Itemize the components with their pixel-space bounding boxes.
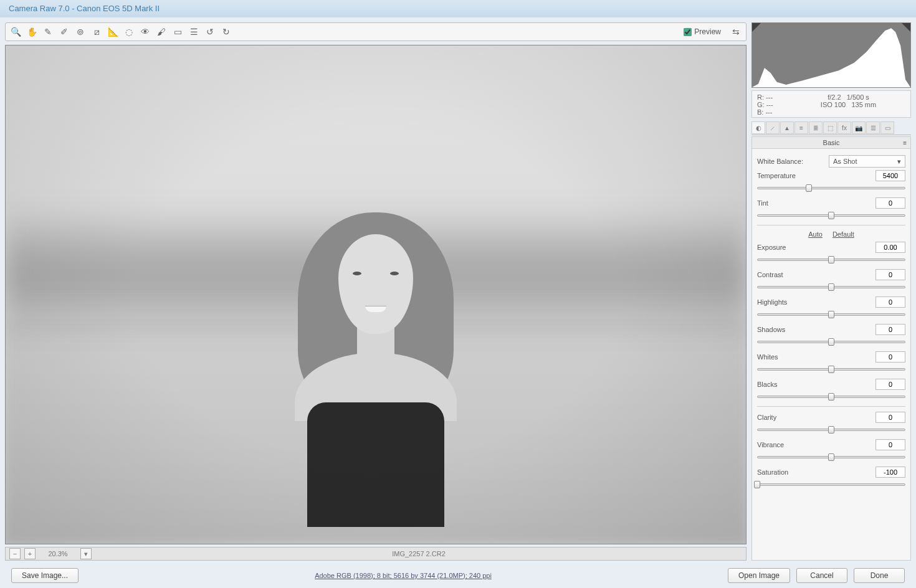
tab-tone-curve[interactable]: ⟋ bbox=[766, 121, 780, 134]
status-bar: − + 20.3% ▾ IMG_2257 2.CR2 bbox=[5, 547, 747, 561]
spot-removal-tool-icon[interactable]: ◌ bbox=[123, 26, 135, 38]
toolbar: 🔍 ✋ ✎ ✐ ⊚ ⧄ 📐 ◌ 👁 🖌 ▭ ☰ ↺ ↻ Preview ⇆ bbox=[5, 22, 747, 41]
default-link[interactable]: Default bbox=[833, 230, 854, 238]
highlights-label: Highlights bbox=[757, 298, 875, 306]
tab-hsl[interactable]: ≡ bbox=[794, 121, 808, 134]
metadata-readout: R: --- G: --- B: --- f/2.2 1/500 s ISO 1… bbox=[751, 90, 911, 118]
tab-split-toning[interactable]: ≣ bbox=[809, 121, 823, 134]
rotate-ccw-icon[interactable]: ↺ bbox=[204, 26, 216, 38]
tint-label: Tint bbox=[757, 199, 875, 207]
blacks-slider[interactable] bbox=[757, 392, 905, 401]
tint-slider[interactable] bbox=[757, 211, 905, 220]
tab-snapshots[interactable]: ▭ bbox=[880, 121, 894, 134]
panel-menu-icon[interactable]: ≡ bbox=[903, 140, 907, 146]
targeted-adjustment-tool-icon[interactable]: ⊚ bbox=[74, 26, 87, 38]
contrast-input[interactable] bbox=[875, 269, 905, 280]
tab-presets[interactable]: ☰ bbox=[866, 121, 880, 134]
highlights-slider[interactable] bbox=[757, 310, 905, 319]
saturation-input[interactable] bbox=[875, 467, 905, 478]
preview-label: Preview bbox=[694, 27, 721, 36]
blacks-input[interactable] bbox=[875, 379, 905, 390]
temperature-slider[interactable] bbox=[757, 184, 905, 192]
tab-effects[interactable]: fx bbox=[837, 121, 851, 134]
shadows-label: Shadows bbox=[757, 326, 875, 333]
footer: Save Image... Adobe RGB (1998); 8 bit; 5… bbox=[0, 566, 916, 586]
vibrance-slider[interactable] bbox=[757, 453, 905, 462]
whites-input[interactable] bbox=[875, 351, 905, 363]
basic-panel: White Balance: As Shot▾ Temperature Tint… bbox=[751, 149, 911, 561]
temperature-input[interactable] bbox=[875, 170, 905, 181]
white-balance-tool-icon[interactable]: ✎ bbox=[42, 26, 54, 38]
rotate-cw-icon[interactable]: ↻ bbox=[220, 26, 232, 38]
red-eye-tool-icon[interactable]: 👁 bbox=[139, 26, 151, 38]
saturation-slider[interactable] bbox=[757, 480, 905, 489]
zoom-out-button[interactable]: − bbox=[9, 548, 21, 559]
shadows-slider[interactable] bbox=[757, 338, 905, 346]
white-balance-label: White Balance: bbox=[757, 158, 825, 165]
tab-lens-corrections[interactable]: ⬚ bbox=[823, 121, 837, 134]
histogram[interactable] bbox=[751, 22, 911, 88]
zoom-in-button[interactable]: + bbox=[24, 548, 36, 559]
preferences-tool-icon[interactable]: ☰ bbox=[188, 26, 200, 38]
crop-tool-icon[interactable]: ⧄ bbox=[90, 26, 103, 38]
saturation-label: Saturation bbox=[757, 468, 875, 476]
image-preview[interactable] bbox=[5, 45, 747, 544]
highlights-input[interactable] bbox=[875, 296, 905, 308]
white-balance-select[interactable]: As Shot▾ bbox=[829, 155, 905, 168]
shutter-value: 1/500 s bbox=[847, 93, 869, 101]
aperture-value: f/2.2 bbox=[828, 93, 841, 101]
exposure-label: Exposure bbox=[757, 244, 875, 251]
contrast-slider[interactable] bbox=[757, 283, 905, 292]
adjustment-brush-tool-icon[interactable]: 🖌 bbox=[155, 26, 168, 38]
b-value: B: --- bbox=[757, 108, 791, 116]
preview-checkbox[interactable]: Preview bbox=[684, 27, 721, 36]
zoom-tool-icon[interactable]: 🔍 bbox=[9, 26, 22, 38]
clarity-label: Clarity bbox=[757, 414, 875, 421]
zoom-dropdown-icon[interactable]: ▾ bbox=[80, 548, 92, 559]
cancel-button[interactable]: Cancel bbox=[796, 568, 847, 583]
title-bar: Camera Raw 7.0 - Canon EOS 5D Mark II bbox=[0, 0, 916, 17]
temperature-label: Temperature bbox=[757, 172, 875, 179]
exposure-slider[interactable] bbox=[757, 255, 905, 264]
chevron-down-icon: ▾ bbox=[897, 158, 901, 166]
tint-input[interactable] bbox=[875, 197, 905, 209]
whites-label: Whites bbox=[757, 353, 875, 361]
hand-tool-icon[interactable]: ✋ bbox=[26, 26, 38, 38]
save-image-button[interactable]: Save Image... bbox=[11, 568, 79, 583]
tab-basic[interactable]: ◐ bbox=[751, 121, 765, 134]
color-sampler-tool-icon[interactable]: ✐ bbox=[58, 26, 70, 38]
auto-link[interactable]: Auto bbox=[808, 230, 823, 238]
panel-title: Basic ≡ bbox=[751, 136, 911, 149]
vibrance-input[interactable] bbox=[875, 439, 905, 450]
blacks-label: Blacks bbox=[757, 381, 875, 388]
open-image-button[interactable]: Open Image bbox=[728, 568, 790, 583]
done-button[interactable]: Done bbox=[854, 568, 905, 583]
zoom-level[interactable]: 20.3% bbox=[39, 550, 77, 557]
contrast-label: Contrast bbox=[757, 271, 875, 278]
fullscreen-toggle-icon[interactable]: ⇆ bbox=[730, 26, 742, 38]
whites-slider[interactable] bbox=[757, 365, 905, 374]
panel-tabs: ◐ ⟋ ▲ ≡ ≣ ⬚ fx 📷 ☰ ▭ bbox=[751, 121, 911, 135]
vibrance-label: Vibrance bbox=[757, 441, 875, 448]
tab-camera-calibration[interactable]: 📷 bbox=[852, 121, 866, 134]
clarity-slider[interactable] bbox=[757, 425, 905, 434]
shadows-input[interactable] bbox=[875, 324, 905, 335]
iso-value: ISO 100 bbox=[821, 101, 846, 108]
g-value: G: --- bbox=[757, 101, 791, 108]
straighten-tool-icon[interactable]: 📐 bbox=[107, 26, 119, 38]
clarity-input[interactable] bbox=[875, 412, 905, 423]
focal-value: 135 mm bbox=[851, 101, 876, 108]
filename-label: IMG_2257 2.CR2 bbox=[95, 550, 742, 557]
tab-detail[interactable]: ▲ bbox=[780, 121, 794, 134]
graduated-filter-tool-icon[interactable]: ▭ bbox=[171, 26, 184, 38]
workflow-options-link[interactable]: Adobe RGB (1998); 8 bit; 5616 by 3744 (2… bbox=[85, 572, 722, 579]
exposure-input[interactable] bbox=[875, 242, 905, 253]
r-value: R: --- bbox=[757, 93, 791, 101]
